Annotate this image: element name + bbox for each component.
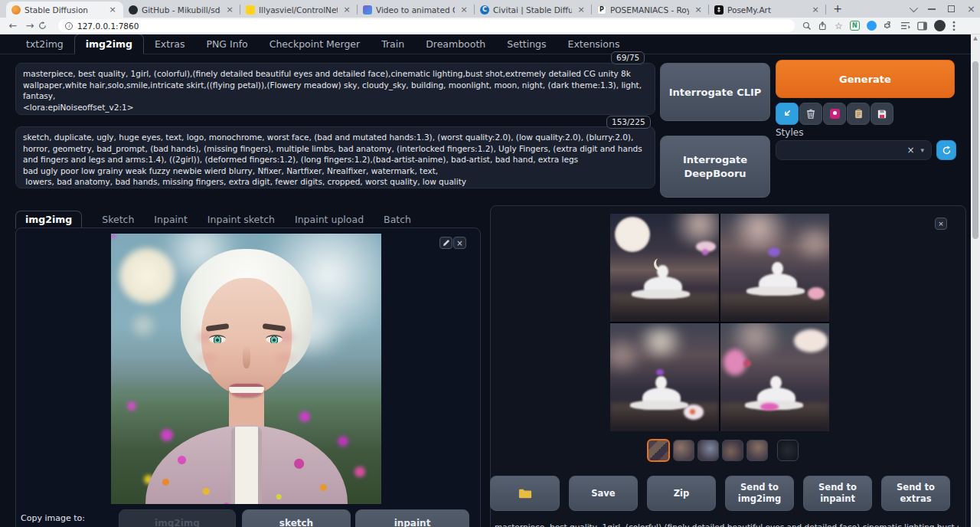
window-close-button[interactable]: × <box>967 3 975 15</box>
negative-prompt-input[interactable]: sketch, duplicate, ugly, huge eyes, text… <box>15 126 655 188</box>
profile-avatar[interactable] <box>934 20 946 31</box>
forward-button[interactable]: → <box>21 20 38 31</box>
tab-settings[interactable]: Settings <box>496 34 557 54</box>
save-style-button[interactable] <box>871 103 893 125</box>
browser-tab-posemaniacs[interactable]: P POSEMANIACS - Royalty free 3 × <box>592 2 709 18</box>
tab-checkpoint-merger[interactable]: Checkpoint Merger <box>259 34 371 54</box>
tab-close-icon[interactable]: × <box>224 5 235 15</box>
browser-tab-title: PoseMy.Art <box>727 5 806 15</box>
share-icon[interactable] <box>818 21 828 31</box>
notion-extension-icon[interactable]: N <box>850 21 860 31</box>
prompt-input[interactable]: masterpiece, best quality, 1girl, (color… <box>15 63 655 115</box>
subtab-inpaint-sketch[interactable]: Inpaint sketch <box>207 214 275 228</box>
sidebar-panel-icon[interactable] <box>917 21 927 31</box>
extra-networks-button[interactable] <box>823 103 846 125</box>
browser-tab-title: Civitai | Stable Diffusion model <box>493 5 572 15</box>
thumbnail-2[interactable] <box>673 440 694 461</box>
blue-extension-icon[interactable] <box>867 21 877 31</box>
styles-dropdown[interactable]: × ▾ <box>776 140 932 160</box>
result-image-grid[interactable] <box>610 214 829 431</box>
extensions-puzzle-icon[interactable] <box>884 21 893 31</box>
subtab-inpaint[interactable]: Inpaint <box>154 214 188 228</box>
zip-button[interactable]: Zip <box>647 476 716 511</box>
civitai-favicon: C <box>480 5 489 15</box>
subtab-inpaint-upload[interactable]: Inpaint upload <box>295 214 364 228</box>
send-to-inpaint-button[interactable]: Send to inpaint <box>803 476 872 511</box>
generate-button[interactable]: Generate <box>776 60 955 98</box>
send-to-img2img-button[interactable]: Send to img2img <box>725 476 794 511</box>
posemyart-favicon <box>714 5 724 15</box>
tab-close-icon[interactable]: × <box>576 5 586 15</box>
thumbnail-3[interactable] <box>697 440 719 461</box>
remove-image-button[interactable]: × <box>453 237 466 249</box>
result-image-1[interactable] <box>610 214 719 322</box>
media-list-icon[interactable] <box>900 21 910 30</box>
thumbnail-6[interactable] <box>777 440 799 461</box>
zoom-icon[interactable] <box>802 21 812 31</box>
paste-generation-params-button[interactable] <box>776 103 799 125</box>
tab-img2img[interactable]: img2img <box>74 34 144 54</box>
subtab-img2img[interactable]: img2img <box>15 211 82 229</box>
styles-clear-icon[interactable]: × <box>906 145 914 155</box>
bookmark-star-icon[interactable]: ☆ <box>835 21 843 31</box>
browser-tab-gif-converter[interactable]: Video to animated GIF converter × <box>358 2 475 18</box>
copy-to-inpaint-button[interactable]: inpaint <box>355 509 469 527</box>
img2img-source-image[interactable] <box>111 234 381 504</box>
open-folder-button[interactable] <box>490 476 560 511</box>
browser-tab-controlnet[interactable]: Illyasviel/ControlNet at main × <box>240 2 358 18</box>
subtab-sketch[interactable]: Sketch <box>102 214 134 228</box>
tab-dreambooth[interactable]: Dreambooth <box>415 34 496 54</box>
browser-tab-posemyart[interactable]: PoseMy.Art × <box>709 2 826 18</box>
scrollbar-thumb[interactable] <box>972 61 978 239</box>
tab-close-icon[interactable]: × <box>693 5 704 15</box>
new-tab-button[interactable]: + <box>831 2 844 16</box>
tab-train[interactable]: Train <box>371 34 415 54</box>
edit-image-button[interactable] <box>439 237 452 249</box>
back-button[interactable]: ← <box>5 20 21 31</box>
interrogate-clip-button[interactable]: Interrogate CLIP <box>660 63 770 121</box>
reload-button[interactable] <box>38 21 55 30</box>
interrogate-deepbooru-button[interactable]: Interrogate DeepBooru <box>660 136 770 198</box>
tab-search-chevron-icon[interactable] <box>910 3 918 11</box>
minimize-button[interactable] <box>928 8 936 10</box>
site-info-icon[interactable]: i <box>65 22 73 30</box>
maximize-button[interactable] <box>948 5 955 12</box>
thumbnail-5[interactable] <box>746 440 768 461</box>
result-image-2[interactable] <box>720 214 829 322</box>
tab-png-info[interactable]: PNG Info <box>195 34 258 54</box>
window-controls: × <box>910 0 975 18</box>
address-bar[interactable]: i 127.0.0.1:7860 <box>58 19 795 32</box>
thumbnail-4[interactable] <box>722 440 743 461</box>
send-to-extras-button[interactable]: Send to extras <box>881 476 950 511</box>
tab-close-icon[interactable]: × <box>107 5 118 15</box>
browser-tab-civitai[interactable]: C Civitai | Stable Diffusion model × <box>475 2 592 18</box>
clipboard-icon <box>854 109 863 119</box>
tab-close-icon[interactable]: × <box>341 5 352 15</box>
refresh-icon <box>942 146 952 155</box>
tab-close-icon[interactable]: × <box>810 5 821 15</box>
page-scrollbar[interactable]: ▲ <box>971 34 980 527</box>
save-button[interactable]: Save <box>569 476 638 511</box>
close-gallery-button[interactable]: × <box>935 218 947 230</box>
gallery-thumbnails <box>647 439 799 462</box>
scrollbar-up-arrow[interactable]: ▲ <box>971 35 980 41</box>
menu-dots-icon[interactable] <box>952 21 956 31</box>
browser-tab-title: Illyasviel/ControlNet at main <box>259 5 338 15</box>
subtab-batch[interactable]: Batch <box>384 214 411 228</box>
thumbnail-1-selected[interactable] <box>647 439 670 462</box>
tab-txt2img[interactable]: txt2img <box>15 34 74 54</box>
browser-tab-github[interactable]: GitHub - Mikubill/sd-webui-co × <box>123 2 240 18</box>
result-image-4[interactable] <box>720 323 829 431</box>
gif-converter-favicon <box>363 5 372 15</box>
tab-extras[interactable]: Extras <box>144 34 196 54</box>
copy-to-sketch-button[interactable]: sketch <box>242 509 351 527</box>
browser-tab-stable-diffusion[interactable]: Stable Diffusion × <box>6 2 123 18</box>
result-image-3[interactable] <box>610 323 719 431</box>
url-text: 127.0.0.1:7860 <box>77 21 139 31</box>
browser-tabstrip: Stable Diffusion × GitHub - Mikubill/sd-… <box>0 0 980 18</box>
browser-tab-title: GitHub - Mikubill/sd-webui-co <box>142 5 220 15</box>
tab-close-icon[interactable]: × <box>459 5 469 15</box>
apply-style-clipboard-button[interactable] <box>847 103 870 125</box>
clear-prompt-trash-button[interactable] <box>799 103 822 125</box>
styles-refresh-button[interactable] <box>936 140 956 160</box>
